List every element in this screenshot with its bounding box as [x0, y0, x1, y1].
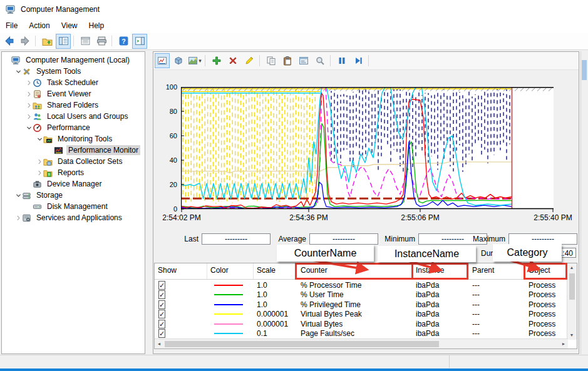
tree-item-shared-folders[interactable]: Shared Folders: [2, 99, 145, 111]
menu-help[interactable]: Help: [83, 19, 110, 33]
menu-file[interactable]: File: [0, 19, 23, 33]
scroll-down-arrow[interactable]: ▼: [567, 331, 576, 340]
table-row[interactable]: ✓0.000001Virtual Bytes PeakibaPda---Proc…: [155, 310, 568, 320]
tree-item-local-users-and-groups[interactable]: Local Users and Groups: [2, 111, 145, 122]
copy-properties-button[interactable]: [264, 53, 279, 68]
x-axis-time-label: 2:55:06 PM: [401, 213, 439, 222]
tree-item-device-manager[interactable]: Device Manager: [2, 178, 145, 190]
scrollbar-thumb[interactable]: [165, 341, 439, 347]
cell-parent: ---: [469, 320, 525, 328]
chevron-right-icon[interactable]: [25, 113, 33, 120]
help-button[interactable]: ?: [116, 34, 131, 49]
tree-item-data-collector-sets[interactable]: Data Collector Sets: [2, 156, 145, 167]
tree-item-performance[interactable]: Performance: [2, 122, 145, 133]
paste-counter-list-button[interactable]: [280, 53, 295, 68]
chevron-right-icon[interactable]: [25, 90, 33, 98]
show-checkbox[interactable]: ✓: [158, 320, 165, 328]
column-header-scale[interactable]: Scale: [254, 263, 297, 279]
tree-item-task-scheduler[interactable]: Task Scheduler: [2, 77, 145, 88]
show-checkbox[interactable]: ✓: [158, 310, 165, 318]
copy-icon: [266, 56, 276, 66]
scrollbar-thumb[interactable]: [569, 273, 575, 300]
table-row[interactable]: ✓0.1Page Faults/secibaPda---Process: [155, 329, 568, 339]
view-current-activity-button[interactable]: [155, 53, 170, 68]
show-checkbox[interactable]: ✓: [158, 329, 165, 338]
cell-instance: ibaPda: [413, 320, 469, 328]
scroll-right-arrow[interactable]: ►: [559, 340, 568, 348]
tree-item-monitoring-tools[interactable]: Monitoring Tools: [2, 133, 145, 145]
tree-item-computer-management-local[interactable]: Computer Management (Local): [2, 54, 145, 66]
zoom-button[interactable]: [312, 53, 328, 68]
chevron-right-icon[interactable]: [36, 169, 43, 176]
cell-color: [207, 304, 254, 305]
action-pane-scrollbar[interactable]: [580, 51, 587, 354]
add-counter-button[interactable]: [209, 53, 224, 68]
update-data-button[interactable]: [351, 53, 366, 68]
highlight-button[interactable]: [242, 53, 257, 68]
paste-icon: [282, 56, 292, 66]
column-header-show[interactable]: Show: [155, 263, 207, 279]
chevron-down-icon[interactable]: [25, 124, 33, 131]
tree-item-disk-management[interactable]: Disk Management: [2, 201, 145, 212]
delete-counter-button[interactable]: [225, 53, 240, 68]
callout-category: Category: [493, 244, 562, 262]
tree-item-label: Services and Applications: [34, 213, 124, 223]
show-checkbox[interactable]: ✓: [158, 300, 165, 309]
view-current-icon: [157, 56, 167, 66]
table-row[interactable]: ✓0.000001Virtual BytesibaPda---Process: [155, 319, 568, 329]
chevron-down-icon[interactable]: [36, 135, 43, 143]
up-one-level-button[interactable]: [39, 34, 54, 49]
menu-action[interactable]: Action: [23, 19, 55, 33]
menu-view[interactable]: View: [56, 19, 83, 33]
show-console-tree-toggle[interactable]: [56, 34, 71, 49]
table-row[interactable]: ✓1.0% Processor TimeibaPda---Process: [155, 280, 568, 290]
tree-item-services-and-applications[interactable]: Services and Applications: [2, 212, 145, 223]
chevron-down-icon[interactable]: [14, 68, 22, 75]
back-button[interactable]: [1, 34, 16, 49]
chevron-down-icon[interactable]: [14, 191, 22, 199]
cell-instance: ibaPda: [413, 300, 469, 309]
table-row[interactable]: ✓1.0% Privileged TimeibaPda---Process: [155, 300, 568, 310]
export-list-button[interactable]: [78, 34, 93, 49]
title-bar: Computer Management: [0, 0, 588, 19]
cell-object: Process: [525, 320, 568, 328]
tree-item-system-tools[interactable]: System Tools: [2, 66, 145, 77]
action-pane-scrollbar-thumb[interactable]: [582, 60, 587, 80]
tree-item-label: Device Manager: [45, 179, 103, 189]
cell-counter: % Privileged Time: [297, 300, 413, 309]
print-button[interactable]: [94, 34, 109, 49]
tree-item-label: Monitoring Tools: [56, 134, 114, 144]
chevron-right-icon[interactable]: [14, 214, 22, 221]
tree-item-reports[interactable]: Reports: [2, 167, 145, 178]
show-checkbox[interactable]: ✓: [158, 290, 165, 299]
toolbar-separator: [111, 36, 112, 46]
average-field: ---------: [309, 233, 378, 245]
show-checkbox[interactable]: ✓: [158, 281, 165, 290]
sharedfolders-icon: [33, 101, 42, 110]
chevron-right-icon[interactable]: [25, 101, 33, 109]
chevron-right-icon[interactable]: [25, 79, 33, 86]
properties-icon: [299, 56, 309, 66]
status-bar-divider: [449, 355, 450, 368]
maximum-field: ---------: [508, 233, 577, 245]
view-log-data-button[interactable]: [171, 53, 186, 68]
column-header-color[interactable]: Color: [207, 263, 254, 279]
chevron-right-icon[interactable]: [36, 158, 43, 165]
toolbar-separator: [35, 36, 36, 46]
tree-item-label: Event Viewer: [45, 89, 93, 99]
forward-button[interactable]: [18, 34, 33, 49]
table-horizontal-scrollbar[interactable]: ◄►: [155, 338, 568, 348]
show-action-pane-toggle[interactable]: [132, 34, 147, 49]
properties-button[interactable]: [296, 53, 311, 68]
tree-item-event-viewer[interactable]: Event Viewer: [2, 88, 145, 99]
table-row[interactable]: ✓1.0% User TimeibaPda---Process: [155, 290, 568, 300]
scroll-up-arrow[interactable]: ▲: [567, 263, 576, 272]
cell-instance: ibaPda: [413, 290, 469, 299]
table-vertical-scrollbar[interactable]: ▲▼: [567, 263, 577, 340]
column-header-parent[interactable]: Parent: [469, 263, 525, 279]
change-graph-type-button[interactable]: ▾: [187, 53, 202, 68]
freeze-display-button[interactable]: [334, 53, 349, 68]
scroll-left-arrow[interactable]: ◄: [155, 340, 163, 348]
tree-item-performance-monitor[interactable]: Performance Monitor: [2, 145, 145, 156]
tree-item-storage[interactable]: Storage: [2, 190, 145, 201]
